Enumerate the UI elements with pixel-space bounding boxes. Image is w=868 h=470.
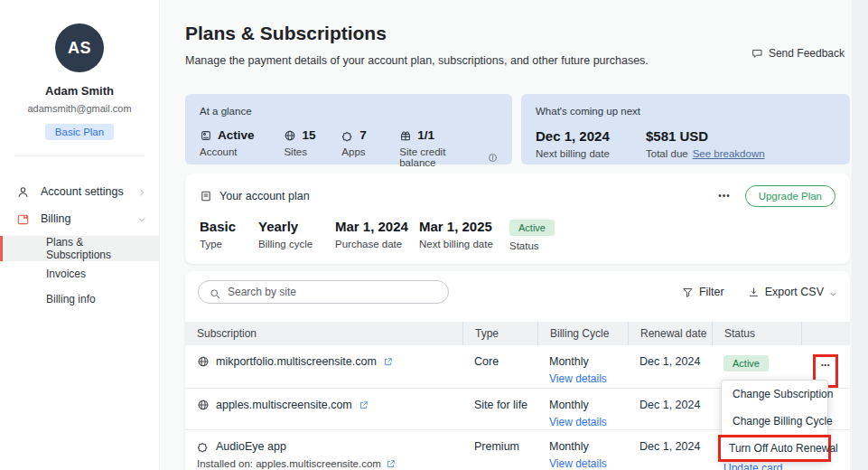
table-toolbar: Filter Export CSV — [185, 271, 850, 322]
chevron-down-icon — [829, 288, 837, 296]
avatar: AS — [55, 24, 104, 72]
stat-value: 1/1 — [417, 128, 434, 142]
stat-site-credit: 1/1 Site credit balance — [399, 128, 498, 168]
avatar-initials: AS — [68, 39, 91, 58]
sidebar-item-billing-info[interactable]: Billing info — [0, 287, 159, 312]
sidebar-item-billing[interactable]: Billing — [0, 205, 159, 232]
send-feedback-label: Send Feedback — [769, 47, 845, 60]
stat-value: $581 USD — [646, 128, 708, 144]
subscription-type: Core — [462, 345, 537, 388]
view-details-link[interactable]: View details — [549, 416, 628, 428]
column-header-status: Status — [712, 322, 801, 345]
export-csv-button[interactable]: Export CSV — [748, 286, 837, 298]
plan-stat-status: Active Status — [509, 219, 555, 251]
gift-icon — [399, 129, 412, 142]
info-icon[interactable] — [488, 153, 498, 163]
download-icon — [748, 287, 760, 298]
account-plan-card: Your account plan ••• Upgrade Plan Basic… — [185, 174, 850, 264]
external-link-icon[interactable] — [359, 400, 369, 410]
main-content: Plans & Subscriptions Manage the payment… — [160, 0, 868, 470]
sidebar-item-account-settings[interactable]: Account settings — [0, 178, 159, 205]
sidebar-subitem-label: Invoices — [46, 268, 86, 280]
plan-stat-next-billing: Mar 1, 2025 Next billing date — [419, 219, 509, 251]
billing-cycle-value: Monthly — [549, 399, 628, 411]
stat-sites: 15 Sites — [284, 128, 341, 168]
sidebar-item-label: Account settings — [41, 185, 124, 198]
search-icon — [210, 287, 220, 297]
row-context-menu: Change Subscription Change Billing Cycle… — [721, 380, 828, 463]
stat-label: Status — [509, 240, 555, 251]
status-badge: Active — [509, 220, 555, 236]
stat-label: Site credit balance — [399, 146, 483, 168]
puzzle-icon — [341, 129, 354, 142]
subscription-type: Site for life — [462, 389, 537, 429]
sidebar-item-invoices[interactable]: Invoices — [0, 261, 159, 287]
export-csv-label: Export CSV — [765, 286, 824, 298]
stat-label: Next billing date — [536, 148, 646, 159]
stat-label: Next billing date — [419, 239, 509, 249]
stat-label: Purchase date — [335, 239, 419, 249]
billing-cycle-value: Monthly — [549, 440, 628, 453]
stat-value: Dec 1, 2024 — [536, 128, 610, 144]
sidebar-nav: Account settings Billing Plans & Subscri… — [0, 178, 159, 312]
profile-email: adamsmith@gmail.com — [0, 103, 159, 114]
upgrade-plan-button[interactable]: Upgrade Plan — [745, 185, 835, 207]
stat-total-due: $581 USD Total due See breakdown — [646, 128, 765, 159]
renewal-date: Dec 1, 2024 — [628, 389, 712, 429]
stat-label: Account — [200, 146, 284, 157]
card-title: At a glance — [200, 106, 498, 117]
subscription-name: apples.multiscreensite.com — [216, 399, 352, 411]
globe-icon — [284, 129, 296, 142]
plan-stat-type: Basic Type — [200, 219, 258, 251]
plan-stat-purchase-date: Mar 1, 2024 Purchase date — [335, 219, 419, 251]
column-header-billing-cycle: Billing Cycle — [537, 322, 628, 345]
more-icon: ••• — [821, 361, 830, 369]
status-badge: Active — [723, 355, 769, 371]
stat-label: Sites — [284, 146, 341, 157]
at-a-glance-card: At a glance Active Account — [185, 94, 512, 164]
stat-label: Type — [200, 239, 258, 249]
stat-value: 7 — [359, 128, 367, 142]
plan-more-button[interactable]: ••• — [718, 192, 731, 201]
table-header: Subscription Type Billing Cycle Renewal … — [185, 322, 850, 345]
feedback-icon — [751, 48, 763, 60]
puzzle-icon — [197, 440, 210, 453]
stat-account: Active Account — [200, 128, 284, 168]
summary-cards: At a glance Active Account — [185, 94, 850, 164]
globe-icon — [197, 355, 210, 368]
send-feedback-button[interactable]: Send Feedback — [751, 47, 845, 60]
plan-stat-cycle: Yearly Billing cycle — [258, 219, 335, 251]
billing-icon — [16, 212, 30, 226]
external-link-icon[interactable] — [386, 459, 396, 469]
search-box[interactable] — [198, 280, 449, 304]
card-title: What's coming up next — [536, 106, 835, 117]
stat-next-billing: Dec 1, 2024 Next billing date — [536, 128, 646, 159]
menu-item-turn-off-auto-renewal-annotated[interactable]: Turn Off Auto Renewal — [718, 435, 831, 462]
column-header-actions — [801, 322, 850, 345]
menu-item-change-billing-cycle[interactable]: Change Billing Cycle — [722, 408, 827, 435]
column-header-renewal-date: Renewal date — [628, 322, 712, 345]
plan-card-title: Your account plan — [219, 190, 310, 202]
filter-button[interactable]: Filter — [682, 286, 724, 298]
coming-up-card: What's coming up next Dec 1, 2024 Next b… — [521, 94, 850, 164]
column-header-subscription: Subscription — [185, 322, 462, 345]
update-card-link[interactable]: Update card — [723, 462, 801, 470]
stat-value: 15 — [302, 128, 315, 142]
plan-document-icon — [200, 190, 212, 202]
view-details-link[interactable]: View details — [549, 457, 628, 470]
renewal-date: Dec 1, 2024 — [628, 345, 712, 388]
menu-item-change-subscription[interactable]: Change Subscription — [722, 381, 827, 408]
sidebar-subitem-label: Plans & Subscriptions — [46, 236, 150, 261]
stat-value: Basic — [200, 219, 258, 234]
subscriptions-card: Filter Export CSV Subscription Type Bill… — [185, 271, 850, 470]
sidebar-item-plans-subscriptions[interactable]: Plans & Subscriptions — [0, 236, 159, 261]
search-input[interactable] — [228, 286, 437, 298]
filter-icon — [682, 287, 694, 298]
external-link-icon[interactable] — [383, 357, 393, 367]
stat-apps: 7 Apps — [341, 128, 399, 168]
see-breakdown-link[interactable]: See breakdown — [693, 148, 765, 159]
subscription-name: mikportfolio.multiscreensite.com — [216, 355, 377, 368]
page-title: Plans & Subscriptions — [185, 22, 850, 45]
renewal-date: Dec 1, 2024 — [628, 430, 712, 470]
view-details-link[interactable]: View details — [549, 372, 628, 385]
